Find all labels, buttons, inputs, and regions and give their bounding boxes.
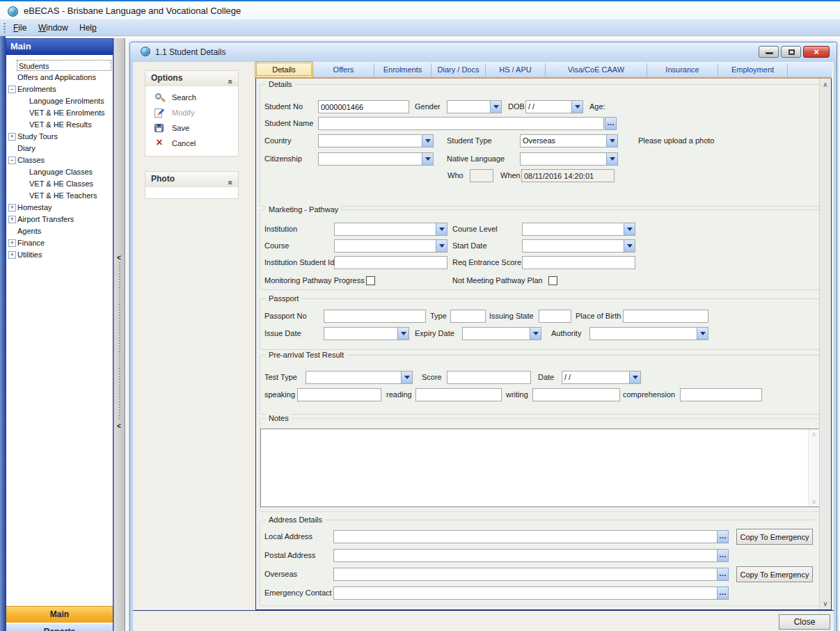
options-item-search[interactable]: Search <box>145 90 238 105</box>
postal-address-browse-icon[interactable]: … <box>717 549 729 562</box>
tab-visa-coe-caaw[interactable]: Visa/CoE CAAW <box>546 63 647 77</box>
tab-insurance[interactable]: Insurance <box>647 63 718 77</box>
student-type-select[interactable]: Overseas <box>520 134 618 147</box>
authority-select[interactable] <box>589 327 708 340</box>
citizenship-select[interactable] <box>318 152 434 166</box>
local-address-browse-icon[interactable]: … <box>717 530 729 543</box>
course-level-select[interactable] <box>522 223 635 236</box>
tree-item-vet-he-teachers[interactable]: VET & HE Teachers <box>6 190 113 202</box>
notes-scrollbar[interactable]: ∧ ∨ <box>808 429 819 506</box>
tree-item-enrolments[interactable]: −Enrolments <box>6 83 113 95</box>
sidebar-splitter[interactable]: < < <box>113 38 125 631</box>
scroll-up-icon[interactable]: ∧ <box>809 431 819 438</box>
tree-item-students[interactable]: Students <box>6 60 113 72</box>
issue-date-select[interactable] <box>324 327 409 340</box>
dropdown-arrow-icon[interactable] <box>397 328 409 340</box>
splitter-collapse-icon[interactable]: < <box>117 255 123 262</box>
dropdown-arrow-icon[interactable] <box>401 372 412 383</box>
comprehension-input[interactable] <box>680 388 762 401</box>
photo-panel-header[interactable]: Photo « <box>145 172 238 187</box>
tree-item-finance[interactable]: +Finance <box>6 237 113 249</box>
tab-diary-docs[interactable]: Diary / Docs <box>431 63 486 77</box>
test-type-select[interactable] <box>306 371 413 384</box>
menu-item-window[interactable]: Window <box>33 22 73 34</box>
tree-item-offers-applications[interactable]: Offers and Applications <box>6 72 113 83</box>
dropdown-arrow-icon[interactable] <box>422 153 433 165</box>
tree-item-agents[interactable]: Agents <box>6 225 113 237</box>
splitter-collapse-icon[interactable]: < <box>117 423 123 430</box>
tab-employment[interactable]: Employment <box>718 63 788 77</box>
postal-address-input[interactable] <box>333 549 718 562</box>
expand-box-icon[interactable]: + <box>8 204 16 211</box>
dropdown-arrow-icon[interactable] <box>490 101 501 113</box>
scroll-down-icon[interactable]: ∨ <box>809 498 819 505</box>
tree-item-utilities[interactable]: +Utilities <box>6 249 113 261</box>
tree-item-diary[interactable]: Diary <box>6 143 113 154</box>
dropdown-arrow-icon[interactable] <box>436 223 447 235</box>
tree-item-study-tours[interactable]: +Study Tours <box>6 131 113 143</box>
tree-item-vet-he-enrolments[interactable]: VET & HE Enrolments <box>6 107 113 119</box>
expiry-date-select[interactable] <box>462 327 541 340</box>
collapse-box-icon[interactable]: − <box>8 86 16 93</box>
child-titlebar[interactable]: 1.1 Student Details × <box>130 42 837 62</box>
options-item-save[interactable]: Save <box>145 120 238 136</box>
dropdown-arrow-icon[interactable] <box>606 135 617 147</box>
overseas-address-browse-icon[interactable]: … <box>717 568 729 581</box>
tab-details[interactable]: Details <box>255 61 313 77</box>
tree-item-language-enrolments[interactable]: Language Enrolments <box>6 95 113 107</box>
restore-button[interactable] <box>781 46 801 58</box>
close-window-button[interactable]: × <box>803 46 830 58</box>
course-select[interactable] <box>334 239 447 253</box>
student-no-input[interactable] <box>318 100 409 113</box>
nav-group-reports[interactable]: Reports <box>6 623 113 631</box>
tree-item-vet-he-classes[interactable]: VET & HE Classes <box>6 178 113 190</box>
tree-item-language-classes[interactable]: Language Classes <box>6 166 113 178</box>
notes-textarea[interactable] <box>261 429 808 506</box>
req-entrance-score-input[interactable] <box>522 256 635 269</box>
options-panel-header[interactable]: Options « <box>145 71 238 86</box>
institution-student-id-input[interactable] <box>334 256 447 269</box>
dropdown-arrow-icon[interactable] <box>624 223 635 235</box>
passport-no-input[interactable] <box>324 310 426 323</box>
tab-hs-apu[interactable]: HS / APU <box>486 63 546 77</box>
nav-group-main[interactable]: Main <box>6 606 113 623</box>
minimize-button[interactable] <box>759 46 779 58</box>
emergency-contact-input[interactable] <box>333 586 718 600</box>
expand-box-icon[interactable]: + <box>8 251 16 259</box>
tab-enrolments[interactable]: Enrolments <box>374 63 431 77</box>
reading-input[interactable] <box>415 388 502 401</box>
local-address-input[interactable] <box>333 530 718 543</box>
form-scrollbar[interactable]: ∧ ∨ <box>819 79 831 609</box>
student-name-browse-icon[interactable]: … <box>605 117 617 130</box>
menu-item-file[interactable]: File <box>8 22 31 34</box>
dropdown-arrow-icon[interactable] <box>624 240 635 252</box>
expand-box-icon[interactable]: + <box>8 239 16 247</box>
native-language-select[interactable] <box>520 152 618 166</box>
dropdown-arrow-icon[interactable] <box>530 328 541 340</box>
monitoring-pathway-checkbox[interactable] <box>366 276 375 285</box>
start-date-select[interactable] <box>522 239 635 253</box>
place-of-birth-input[interactable] <box>623 310 708 323</box>
copy-local-to-emergency-button[interactable]: Copy To Emergency <box>736 529 813 545</box>
collapse-box-icon[interactable]: − <box>8 157 16 164</box>
dropdown-arrow-icon[interactable] <box>606 153 617 165</box>
score-input[interactable] <box>447 371 531 384</box>
emergency-contact-browse-icon[interactable]: … <box>717 586 729 600</box>
expand-box-icon[interactable]: + <box>8 216 16 223</box>
scroll-up-icon[interactable]: ∧ <box>820 81 831 88</box>
institution-select[interactable] <box>334 223 447 236</box>
tree-item-vet-he-results[interactable]: VET & HE Results <box>6 119 113 131</box>
issuing-state-input[interactable] <box>539 310 571 323</box>
dropdown-arrow-icon[interactable] <box>629 372 640 383</box>
speaking-input[interactable] <box>297 388 381 401</box>
passport-type-input[interactable] <box>450 310 486 323</box>
options-item-modify[interactable]: Modify <box>145 105 238 120</box>
menu-item-help[interactable]: Help <box>74 22 102 34</box>
writing-input[interactable] <box>532 388 620 401</box>
gender-select[interactable] <box>447 100 502 113</box>
tree-item-airport-transfers[interactable]: +Airport Transfers <box>6 214 113 225</box>
student-name-input[interactable] <box>318 117 604 130</box>
dropdown-arrow-icon[interactable] <box>571 101 583 113</box>
dob-datepicker[interactable]: / / <box>525 100 583 113</box>
country-select[interactable] <box>318 134 434 147</box>
